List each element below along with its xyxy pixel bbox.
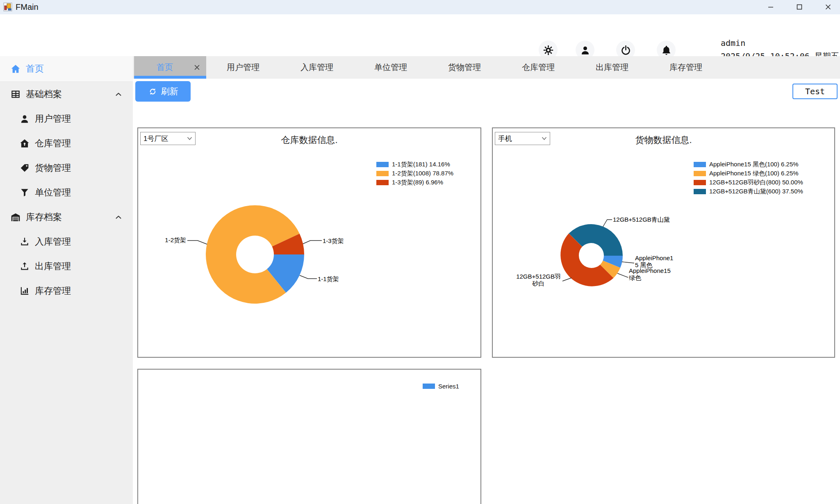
legend-label: 1-2货架(1008) 78.87% [392, 170, 453, 177]
legend-swatch [376, 171, 389, 176]
tab-label: 首页 [157, 62, 173, 73]
legend-swatch [694, 180, 706, 185]
callout-line [603, 220, 612, 227]
home-icon [10, 64, 21, 74]
close-button[interactable] [819, 0, 838, 14]
maximize-button[interactable] [790, 0, 809, 14]
user-icon [580, 45, 591, 56]
legend-label: AppleiPhone15 黑色(100) 6.25% [709, 161, 799, 168]
callout-line [617, 273, 628, 277]
person-icon [19, 114, 30, 124]
legend-label: 1-1货架(181) 14.16% [392, 161, 450, 168]
sidebar-label: 用户管理 [35, 113, 71, 125]
sidebar: 首页基础档案用户管理仓库管理货物管理单位管理库存档案入库管理出库管理库存管理 [0, 56, 133, 504]
category-select[interactable]: 手机 [495, 132, 550, 145]
refresh-button[interactable]: 刷新 [135, 81, 191, 102]
factory-area-select[interactable]: 1号厂区 [140, 132, 196, 145]
sidebar-label: 库存管理 [35, 285, 71, 297]
legend-item: Series1 [423, 381, 459, 390]
refresh-label: 刷新 [161, 86, 178, 97]
legend-item: 1-1货架(181) 14.16% [376, 160, 453, 169]
tab-close-icon[interactable] [193, 64, 200, 71]
category-value: 手机 [498, 134, 512, 143]
tab-outbound-management[interactable]: 出库管理 [575, 56, 649, 79]
sidebar-item-warehouse-management[interactable]: 仓库管理 [0, 131, 133, 156]
sidebar-group-basic-archives[interactable]: 基础档案 [0, 82, 133, 107]
chevron-up-icon[interactable] [114, 213, 123, 222]
tab-stock-management[interactable]: 库存管理 [649, 56, 723, 79]
legend-swatch [376, 180, 389, 185]
tab-unit-management[interactable]: 单位管理 [354, 56, 428, 79]
tab-label: 货物管理 [448, 62, 481, 73]
tab-label: 库存管理 [669, 62, 702, 73]
tab-inbound-management[interactable]: 入库管理 [280, 56, 354, 79]
sidebar-item-home[interactable]: 首页 [0, 56, 133, 82]
username: admin [721, 38, 839, 48]
test-button[interactable]: Test [792, 84, 838, 99]
tab-warehouse-management[interactable]: 仓库管理 [501, 56, 575, 79]
legend-label: AppleiPhone15 绿色(100) 6.25% [709, 170, 799, 177]
legend-swatch [423, 384, 435, 389]
slice-label: AppleiPhone15 绿色 [629, 267, 671, 281]
tag-icon [19, 163, 30, 173]
header: admin 2025/9/25 10:52:06 星期五 [0, 14, 840, 56]
minimize-button[interactable] [761, 0, 780, 14]
goods-chart-legend: AppleiPhone15 黑色(100) 6.25%AppleiPhone15… [694, 160, 803, 196]
gear-icon [543, 45, 554, 56]
tab-label: 用户管理 [227, 62, 260, 73]
sidebar-item-outbound-management[interactable]: 出库管理 [0, 254, 133, 279]
sidebar-label: 基础档案 [26, 88, 62, 100]
series-chart-legend: Series1 [423, 381, 459, 390]
legend-label: 1-3货架(89) 6.96% [392, 179, 443, 186]
legend-item: 12GB+512GB羽砂白(800) 50.00% [694, 178, 803, 187]
slice-label: AppleiPhone1 5 黑色 [635, 254, 673, 268]
slice-label: 1-2货架 [165, 236, 186, 243]
slice-label: 12GB+512GB青山黛 [613, 216, 670, 223]
legend-label: 12GB+512GB羽砂白(800) 50.00% [709, 179, 803, 186]
sidebar-label: 单位管理 [35, 186, 71, 199]
tab-label: 入库管理 [300, 62, 333, 73]
sidebar-item-unit-management[interactable]: 单位管理 [0, 180, 133, 205]
tab-label: 单位管理 [374, 62, 407, 73]
legend-swatch [694, 162, 706, 167]
slice-label: 1-3货架 [323, 237, 344, 244]
chevron-up-icon[interactable] [114, 90, 123, 99]
sidebar-item-inbound-management[interactable]: 入库管理 [0, 229, 133, 254]
outbound-icon [19, 261, 30, 272]
sidebar-group-inventory-archives[interactable]: 库存档案 [0, 205, 133, 229]
sidebar-label: 货物管理 [35, 162, 71, 174]
legend-label: Series1 [438, 383, 459, 390]
sidebar-label: 出库管理 [35, 260, 71, 272]
funnel-icon [19, 187, 30, 198]
tab-home-active[interactable]: 首页 [134, 56, 206, 79]
warehouse-chart-panel: 仓库数据信息. 1号厂区 1-1货架(181) 14.16%1-2货架(1008… [137, 127, 481, 358]
callout-line [562, 278, 571, 281]
callout-line [622, 262, 634, 263]
sidebar-item-goods-management[interactable]: 货物管理 [0, 156, 133, 180]
legend-swatch [376, 162, 389, 167]
chevron-down-icon [187, 137, 192, 141]
garage-icon [10, 212, 21, 222]
window-title: FMain [16, 0, 39, 14]
legend-item: 1-2货架(1008) 78.87% [376, 169, 453, 178]
callout-line [303, 241, 322, 244]
inbound-icon [19, 236, 30, 247]
goods-chart-panel: 货物数据信息. 手机 AppleiPhone15 黑色(100) 6.25%Ap… [492, 127, 835, 358]
sidebar-label: 仓库管理 [35, 137, 71, 150]
callout-line [187, 241, 207, 244]
legend-item: 12GB+512GB青山黛(600) 37.50% [694, 187, 803, 196]
slice-label: 1-1货架 [318, 275, 339, 282]
warehouse-icon [19, 138, 30, 149]
sidebar-item-stock-management[interactable]: 库存管理 [0, 279, 133, 303]
sidebar-label: 入库管理 [35, 236, 71, 248]
warehouse-chart-legend: 1-1货架(181) 14.16%1-2货架(1008) 78.87%1-3货架… [376, 160, 453, 187]
tab-user-management[interactable]: 用户管理 [206, 56, 280, 79]
sidebar-item-user-management[interactable]: 用户管理 [0, 107, 133, 131]
sidebar-label: 库存档案 [26, 211, 62, 223]
bell-icon [661, 45, 672, 56]
legend-item: AppleiPhone15 黑色(100) 6.25% [694, 160, 803, 169]
legend-item: 1-3货架(89) 6.96% [376, 178, 453, 187]
app-icon [3, 2, 12, 11]
tab-goods-management[interactable]: 货物管理 [428, 56, 501, 79]
title-bar: FMain [0, 0, 840, 15]
